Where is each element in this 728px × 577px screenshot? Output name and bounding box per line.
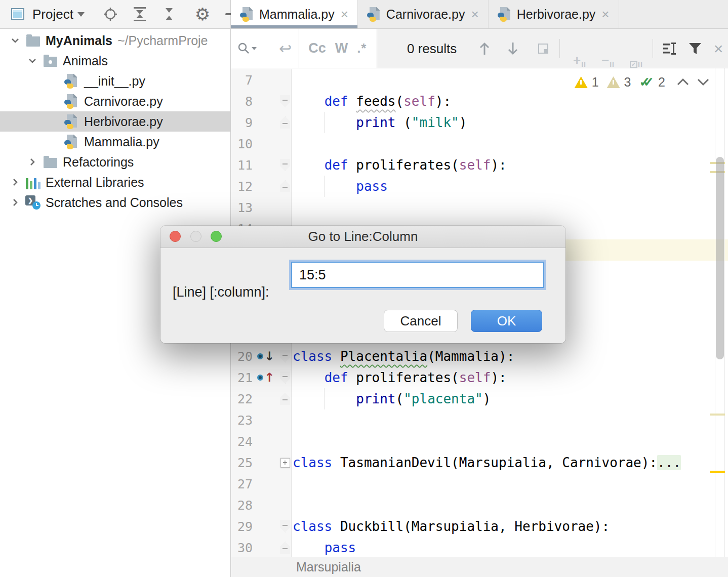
search-history-caret-icon[interactable]	[252, 47, 257, 50]
filter-funnel-icon[interactable]	[685, 29, 705, 68]
fold-marker[interactable]	[279, 393, 291, 405]
fold-marker[interactable]	[279, 159, 291, 171]
close-traffic-light[interactable]	[170, 231, 181, 242]
fold-marker[interactable]	[279, 542, 291, 554]
chevron-right-icon[interactable]	[6, 197, 24, 208]
match-case-toggle[interactable]: Cc	[308, 40, 326, 56]
cancel-button[interactable]: Cancel	[384, 310, 458, 332]
code-line-12[interactable]: 12 pass	[231, 176, 728, 197]
code-line-28[interactable]: 28	[231, 494, 728, 516]
fold-plus-icon[interactable]: +	[280, 458, 290, 468]
editor-tab-herbivorae-py[interactable]: Herbivorae.py×	[489, 0, 619, 28]
code-line-21[interactable]: 21↑ def proliferates(self):	[231, 367, 728, 388]
project-view-icon[interactable]	[9, 6, 26, 23]
remove-occurrence-icon[interactable]: −II	[595, 29, 621, 68]
tree-item-init-py[interactable]: __init__.py	[0, 71, 230, 91]
fold-start-icon[interactable]	[280, 95, 290, 107]
tree-item-label: MyAnimals	[46, 33, 112, 48]
ok-button[interactable]: OK	[471, 310, 542, 332]
tree-item-herbivorae-py[interactable]: Herbivorae.py	[0, 111, 230, 132]
next-problem-icon[interactable]	[697, 75, 710, 90]
project-selector[interactable]: Project	[32, 7, 85, 22]
code-line-25[interactable]: 25+class TasmanianDevil(Marsupialia, Car…	[231, 452, 728, 473]
breadcrumb-item[interactable]: Marsupialia	[296, 560, 361, 574]
close-search-icon[interactable]: ×	[708, 29, 728, 68]
fold-end-icon[interactable]	[280, 542, 290, 554]
code-line-8[interactable]: 8 def feeds(self):	[231, 91, 728, 112]
goto-line-dialog: Go to Line:Column [Line] [:column]: Canc…	[160, 226, 565, 343]
success-check-icon: ✓✓	[639, 74, 648, 90]
tab-close-icon[interactable]: ×	[341, 8, 348, 21]
filter-lines-icon[interactable]	[660, 29, 680, 68]
fold-marker[interactable]	[279, 180, 291, 192]
change-marker[interactable]	[710, 414, 725, 416]
code-line-23[interactable]: 23	[231, 409, 728, 431]
code-line-29[interactable]: 29class Duckbill(Marsupialia, Herbivorae…	[231, 516, 728, 537]
fold-start-icon[interactable]	[280, 372, 290, 384]
fold-marker[interactable]	[279, 520, 291, 532]
code-line-9[interactable]: 9 print ("milk")	[231, 112, 728, 133]
tree-item-refactorings[interactable]: Refactorings	[0, 152, 230, 172]
code-line-13[interactable]: 13	[231, 197, 728, 218]
tree-item-external-libraries[interactable]: External Libraries	[0, 172, 230, 192]
fold-start-icon[interactable]	[280, 159, 290, 171]
next-occurrence-icon[interactable]	[504, 29, 522, 68]
expand-all-icon[interactable]	[131, 6, 148, 23]
tree-item-label: Carnivorae.py	[84, 94, 163, 109]
code-line-30[interactable]: 30 pass	[231, 537, 728, 557]
change-marker[interactable]	[710, 471, 725, 473]
tree-item-animals[interactable]: Animals	[0, 51, 230, 71]
zoom-traffic-light[interactable]	[211, 231, 222, 242]
scrollbar-thumb[interactable]	[716, 157, 724, 359]
overridden-marker-icon[interactable]: ↓	[253, 350, 279, 362]
fold-end-icon[interactable]	[280, 116, 290, 129]
find-in-selection-icon[interactable]	[534, 29, 552, 68]
tree-item-mammalia-py[interactable]: Mammalia.py	[0, 132, 230, 152]
gutter: 10	[231, 133, 291, 154]
collapse-all-icon[interactable]	[160, 6, 178, 23]
previous-problem-icon[interactable]	[676, 75, 690, 90]
minimize-traffic-light[interactable]	[190, 231, 201, 242]
words-toggle[interactable]: W	[335, 40, 348, 56]
editor-tab-mammalia-py[interactable]: Mammalia.py×	[231, 0, 358, 28]
tree-item-carnivorae-py[interactable]: Carnivorae.py	[0, 91, 230, 111]
newline-icon[interactable]: ↩	[279, 39, 292, 57]
tab-close-icon[interactable]: ×	[471, 8, 478, 21]
chevron-right-icon[interactable]	[23, 157, 42, 167]
fold-marker[interactable]	[279, 372, 291, 384]
overrides-marker-icon[interactable]: ↑	[253, 372, 279, 384]
line-column-input[interactable]	[291, 262, 544, 288]
search-input[interactable]: ↩ Cc W .*	[231, 29, 377, 68]
fold-marker[interactable]	[279, 95, 291, 107]
editor-tab-carnivorae-py[interactable]: Carnivorae.py×	[358, 0, 489, 28]
fold-end-icon[interactable]	[280, 180, 290, 192]
search-icon	[237, 42, 251, 55]
fold-start-icon[interactable]	[280, 520, 290, 532]
add-occurrence-icon[interactable]: +II	[567, 29, 593, 68]
dialog-body: [Line] [:column]: Cancel OK	[160, 248, 565, 343]
fold-marker[interactable]	[279, 116, 291, 129]
settings-gear-icon[interactable]: ⚙	[194, 6, 211, 23]
code-line-10[interactable]: 10	[231, 133, 728, 154]
select-all-occurrences-icon[interactable]: ✓II	[622, 29, 651, 68]
fold-marker[interactable]	[279, 350, 291, 362]
dialog-titlebar[interactable]: Go to Line:Column	[160, 226, 565, 248]
tree-item-scratches-and-consoles[interactable]: ❯Scratches and Consoles	[0, 192, 230, 213]
chevron-right-icon[interactable]	[6, 177, 24, 187]
fold-marker[interactable]: +	[279, 458, 291, 468]
previous-occurrence-icon[interactable]	[475, 29, 494, 68]
chevron-down-icon[interactable]	[6, 35, 24, 46]
inspections-widget[interactable]: 1 3 ✓✓ 2	[575, 74, 710, 90]
code-line-24[interactable]: 24	[231, 431, 728, 452]
code-line-22[interactable]: 22 print("placenta")	[231, 388, 728, 409]
code-line-27[interactable]: 27	[231, 473, 728, 494]
chevron-down-icon[interactable]	[23, 56, 42, 66]
tree-item-myanimals[interactable]: MyAnimals~/PycharmProje	[0, 30, 230, 51]
code-line-20[interactable]: 20↓class Placentalia(Mammalia):	[231, 346, 728, 367]
regex-toggle[interactable]: .*	[357, 40, 367, 56]
tab-close-icon[interactable]: ×	[601, 8, 609, 21]
code-line-11[interactable]: 11 def proliferates(self):	[231, 154, 728, 176]
fold-end-icon[interactable]	[280, 393, 290, 405]
fold-start-icon[interactable]	[280, 350, 290, 362]
locate-icon[interactable]	[102, 6, 119, 23]
